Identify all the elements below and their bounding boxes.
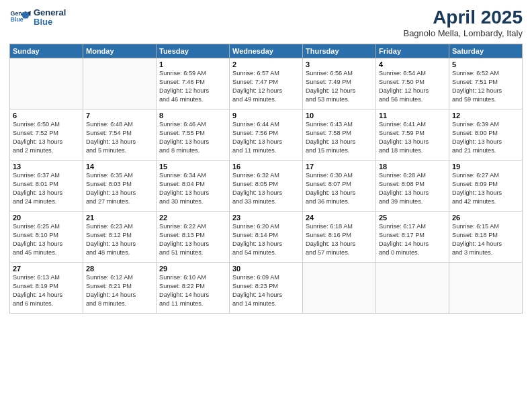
day-info: Sunrise: 6:37 AM Sunset: 8:01 PM Dayligh… xyxy=(13,171,80,206)
day-info: Sunrise: 6:22 AM Sunset: 8:13 PM Dayligh… xyxy=(159,222,226,257)
col-header-thursday: Thursday xyxy=(303,44,376,58)
day-number: 21 xyxy=(86,214,153,222)
logo-blue: Blue xyxy=(34,17,66,27)
day-info: Sunrise: 6:43 AM Sunset: 7:58 PM Dayligh… xyxy=(306,120,373,155)
day-number: 22 xyxy=(159,214,226,222)
day-info: Sunrise: 6:48 AM Sunset: 7:54 PM Dayligh… xyxy=(86,120,153,155)
day-number: 30 xyxy=(232,265,300,273)
day-number: 26 xyxy=(452,214,519,222)
day-cell: 20Sunrise: 6:25 AM Sunset: 8:10 PM Dayli… xyxy=(10,212,83,263)
day-cell: 14Sunrise: 6:35 AM Sunset: 8:03 PM Dayli… xyxy=(83,161,157,212)
day-info: Sunrise: 6:23 AM Sunset: 8:12 PM Dayligh… xyxy=(86,222,153,257)
day-number: 25 xyxy=(379,214,446,222)
day-number: 18 xyxy=(379,163,446,171)
day-info: Sunrise: 6:50 AM Sunset: 7:52 PM Dayligh… xyxy=(13,120,80,155)
day-cell: 13Sunrise: 6:37 AM Sunset: 8:01 PM Dayli… xyxy=(10,161,83,212)
day-info: Sunrise: 6:30 AM Sunset: 8:07 PM Dayligh… xyxy=(306,171,373,206)
day-number: 20 xyxy=(13,214,80,222)
day-info: Sunrise: 6:09 AM Sunset: 8:23 PM Dayligh… xyxy=(232,273,300,308)
day-cell: 27Sunrise: 6:13 AM Sunset: 8:19 PM Dayli… xyxy=(10,263,83,314)
day-info: Sunrise: 6:27 AM Sunset: 8:09 PM Dayligh… xyxy=(452,171,519,206)
header: General Blue General Blue April 2025 Bag… xyxy=(9,7,523,38)
day-info: Sunrise: 6:18 AM Sunset: 8:16 PM Dayligh… xyxy=(306,222,373,257)
day-info: Sunrise: 6:44 AM Sunset: 7:56 PM Dayligh… xyxy=(232,120,300,155)
day-number: 28 xyxy=(86,265,153,273)
day-info: Sunrise: 6:46 AM Sunset: 7:55 PM Dayligh… xyxy=(159,120,226,155)
day-cell: 15Sunrise: 6:34 AM Sunset: 8:04 PM Dayli… xyxy=(157,161,230,212)
day-cell: 21Sunrise: 6:23 AM Sunset: 8:12 PM Dayli… xyxy=(83,212,157,263)
day-number: 13 xyxy=(13,163,80,171)
day-info: Sunrise: 6:13 AM Sunset: 8:19 PM Dayligh… xyxy=(13,273,80,308)
week-row-1: 1Sunrise: 6:59 AM Sunset: 7:46 PM Daylig… xyxy=(10,58,523,109)
day-info: Sunrise: 6:34 AM Sunset: 8:04 PM Dayligh… xyxy=(159,171,226,206)
day-cell: 16Sunrise: 6:32 AM Sunset: 8:05 PM Dayli… xyxy=(230,161,303,212)
day-info: Sunrise: 6:35 AM Sunset: 8:03 PM Dayligh… xyxy=(86,171,153,206)
day-cell xyxy=(10,58,83,109)
day-cell xyxy=(83,58,157,109)
day-number: 15 xyxy=(159,163,226,171)
day-info: Sunrise: 6:25 AM Sunset: 8:10 PM Dayligh… xyxy=(13,222,80,257)
day-number: 10 xyxy=(306,111,373,120)
day-info: Sunrise: 6:32 AM Sunset: 8:05 PM Dayligh… xyxy=(232,171,300,206)
day-cell: 29Sunrise: 6:10 AM Sunset: 8:22 PM Dayli… xyxy=(157,263,230,314)
day-number: 14 xyxy=(86,163,153,171)
col-header-friday: Friday xyxy=(376,44,449,58)
day-number: 8 xyxy=(159,111,226,120)
col-header-tuesday: Tuesday xyxy=(157,44,230,58)
header-row: SundayMondayTuesdayWednesdayThursdayFrid… xyxy=(10,44,523,58)
calendar-table: SundayMondayTuesdayWednesdayThursdayFrid… xyxy=(9,44,523,314)
day-number: 1 xyxy=(159,60,226,68)
day-info: Sunrise: 6:20 AM Sunset: 8:14 PM Dayligh… xyxy=(232,222,300,257)
day-cell xyxy=(376,263,449,314)
week-row-2: 6Sunrise: 6:50 AM Sunset: 7:52 PM Daylig… xyxy=(10,109,523,161)
title-block: April 2025 Bagnolo Mella, Lombardy, Ital… xyxy=(403,7,523,38)
day-info: Sunrise: 6:15 AM Sunset: 8:18 PM Dayligh… xyxy=(452,222,519,257)
day-number: 4 xyxy=(379,60,446,68)
day-info: Sunrise: 6:41 AM Sunset: 7:59 PM Dayligh… xyxy=(379,120,446,155)
page: General Blue General Blue April 2025 Bag… xyxy=(0,0,532,411)
day-number: 29 xyxy=(159,265,226,273)
day-number: 17 xyxy=(306,163,373,171)
day-info: Sunrise: 6:10 AM Sunset: 8:22 PM Dayligh… xyxy=(159,273,226,308)
day-number: 5 xyxy=(452,60,519,68)
day-cell: 1Sunrise: 6:59 AM Sunset: 7:46 PM Daylig… xyxy=(157,58,230,109)
day-cell: 24Sunrise: 6:18 AM Sunset: 8:16 PM Dayli… xyxy=(303,212,376,263)
location: Bagnolo Mella, Lombardy, Italy xyxy=(403,28,523,38)
week-row-3: 13Sunrise: 6:37 AM Sunset: 8:01 PM Dayli… xyxy=(10,161,523,212)
day-number: 27 xyxy=(13,265,80,273)
day-info: Sunrise: 6:57 AM Sunset: 7:47 PM Dayligh… xyxy=(232,69,300,104)
svg-text:Blue: Blue xyxy=(11,16,24,23)
day-number: 12 xyxy=(452,111,519,120)
day-cell: 18Sunrise: 6:28 AM Sunset: 8:08 PM Dayli… xyxy=(376,161,449,212)
day-cell: 11Sunrise: 6:41 AM Sunset: 7:59 PM Dayli… xyxy=(376,109,449,161)
day-info: Sunrise: 6:54 AM Sunset: 7:50 PM Dayligh… xyxy=(379,69,446,104)
day-number: 11 xyxy=(379,111,446,120)
month-title: April 2025 xyxy=(403,7,523,28)
day-info: Sunrise: 6:39 AM Sunset: 8:00 PM Dayligh… xyxy=(452,120,519,155)
col-header-monday: Monday xyxy=(83,44,157,58)
day-cell: 3Sunrise: 6:56 AM Sunset: 7:49 PM Daylig… xyxy=(303,58,376,109)
day-number: 6 xyxy=(13,111,80,120)
day-cell: 8Sunrise: 6:46 AM Sunset: 7:55 PM Daylig… xyxy=(157,109,230,161)
day-cell: 2Sunrise: 6:57 AM Sunset: 7:47 PM Daylig… xyxy=(230,58,303,109)
day-number: 24 xyxy=(306,214,373,222)
logo: General Blue General Blue xyxy=(9,7,66,28)
day-cell: 4Sunrise: 6:54 AM Sunset: 7:50 PM Daylig… xyxy=(376,58,449,109)
day-cell: 9Sunrise: 6:44 AM Sunset: 7:56 PM Daylig… xyxy=(230,109,303,161)
day-cell: 25Sunrise: 6:17 AM Sunset: 8:17 PM Dayli… xyxy=(376,212,449,263)
day-info: Sunrise: 6:17 AM Sunset: 8:17 PM Dayligh… xyxy=(379,222,446,257)
day-number: 7 xyxy=(86,111,153,120)
logo-icon: General Blue xyxy=(9,7,31,28)
day-info: Sunrise: 6:59 AM Sunset: 7:46 PM Dayligh… xyxy=(159,69,226,104)
day-info: Sunrise: 6:12 AM Sunset: 8:21 PM Dayligh… xyxy=(86,273,153,308)
day-cell: 19Sunrise: 6:27 AM Sunset: 8:09 PM Dayli… xyxy=(449,161,523,212)
day-number: 23 xyxy=(232,214,300,222)
day-cell: 5Sunrise: 6:52 AM Sunset: 7:51 PM Daylig… xyxy=(449,58,523,109)
day-info: Sunrise: 6:28 AM Sunset: 8:08 PM Dayligh… xyxy=(379,171,446,206)
day-number: 16 xyxy=(232,163,300,171)
day-number: 3 xyxy=(306,60,373,68)
week-row-5: 27Sunrise: 6:13 AM Sunset: 8:19 PM Dayli… xyxy=(10,263,523,314)
day-cell: 7Sunrise: 6:48 AM Sunset: 7:54 PM Daylig… xyxy=(83,109,157,161)
day-number: 19 xyxy=(452,163,519,171)
day-info: Sunrise: 6:56 AM Sunset: 7:49 PM Dayligh… xyxy=(306,69,373,104)
